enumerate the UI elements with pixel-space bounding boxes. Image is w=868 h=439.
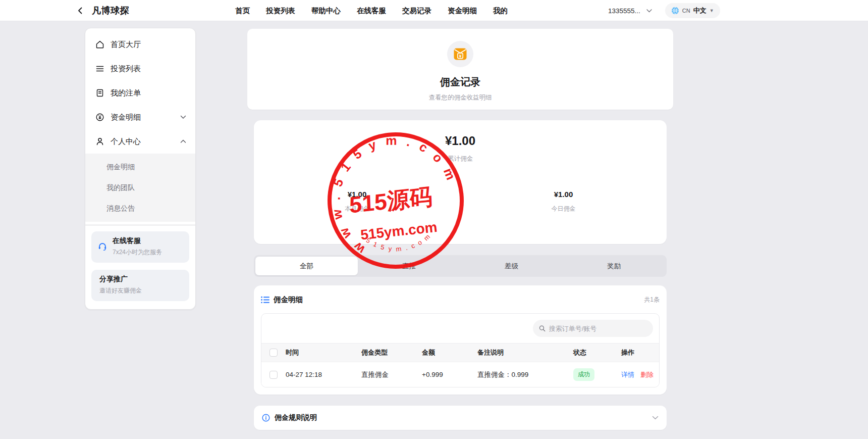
chevron-down-icon [652,416,659,420]
red-packet-icon-circle: ¥ [447,41,473,67]
delete-link[interactable]: 删除 [640,370,654,379]
tab-direct[interactable]: 直推 [358,257,460,275]
tab-level-diff[interactable]: 差级 [460,257,563,275]
commission-stats-card: ¥1.00 累计佣金 ¥1.00 本月佣金 ¥1.00 今日佣金 [254,120,667,244]
chevron-up-icon [180,139,186,143]
search-input[interactable] [549,325,647,332]
commission-records-page: 凡博球探 首页 投资列表 帮助中心 在线客服 交易记录 资金明细 我的 1335… [0,0,868,439]
commission-table-card: 佣金明细 共1条 时间 佣金类型 金额 备注说明 状态 操作 [254,285,667,395]
nav-link-home[interactable]: 首页 [235,6,250,16]
personal-center-submenu: 佣金明细 我的团队 消息公告 [85,154,195,222]
select-all-checkbox[interactable] [269,349,278,357]
nav-link-help-center[interactable]: 帮助中心 [311,6,341,16]
stat-today-value: ¥1.00 [460,190,667,199]
online-service-title: 在线客服 [113,236,162,246]
col-amount: 金额 [422,348,477,357]
nav-link-online-service[interactable]: 在线客服 [357,6,386,16]
nav-link-trade-records[interactable]: 交易记录 [402,6,431,16]
search-box [533,320,653,337]
info-icon [262,414,270,422]
status-badge: 成功 [573,368,594,381]
globe-icon [671,7,679,15]
row-checkbox[interactable] [269,371,278,379]
sidebar-item-label: 资金明细 [111,113,174,122]
language-label: 中文 [693,6,707,15]
user-icon [95,137,104,146]
top-navbar: 凡博球探 首页 投资列表 帮助中心 在线客服 交易记录 资金明细 我的 1335… [0,0,868,21]
sidebar-divider [85,225,195,225]
sidebar-item-my-orders[interactable]: 我的注单 [85,81,195,105]
search-icon [539,325,546,332]
brand-title: 凡博球探 [92,5,129,17]
sidebar-item-personal-center[interactable]: 个人中心 [85,129,195,154]
note-icon [95,88,104,97]
submenu-item-my-team[interactable]: 我的团队 [85,177,195,198]
table-header-row: 时间 佣金类型 金额 备注说明 状态 操作 [261,343,659,362]
language-code: CN [682,8,690,14]
page-title: 佣金记录 [440,75,480,89]
col-note: 备注说明 [477,348,573,357]
sidebar-item-label: 我的注单 [111,88,141,98]
page-header-card: ¥ 佣金记录 查看您的佣金收益明细 [247,29,673,110]
sidebar-item-label: 个人中心 [111,137,174,147]
col-status: 状态 [573,348,621,357]
cell-amount: +0.999 [422,371,477,378]
col-type: 佣金类型 [361,348,422,357]
share-promotion-card[interactable]: 分享推广 邀请好友赚佣金 [91,270,189,301]
list-icon [95,64,104,73]
detail-link[interactable]: 详情 [621,370,634,379]
stat-today-label: 今日佣金 [460,205,667,213]
sidebar: 首页大厅 投资列表 我的注单 资金明细 个人中心 佣金明细 我的团队 消息公告 [85,28,196,310]
account-number: 1335555... [608,7,640,15]
headset-icon [97,236,107,257]
submenu-item-commission-details[interactable]: 佣金明细 [85,157,195,177]
online-service-card[interactable]: 在线客服 7x24小时为您服务 [91,231,189,263]
stat-month-commission: ¥1.00 本月佣金 [254,190,460,213]
cell-note: 直推佣金：0.999 [477,370,573,379]
stat-month-label: 本月佣金 [254,205,460,213]
stat-total-label: 累计佣金 [254,155,667,163]
col-actions: 操作 [621,348,659,357]
col-time: 时间 [286,348,361,357]
back-button[interactable] [77,7,84,14]
nav-link-fund-details[interactable]: 资金明细 [448,6,477,16]
sidebar-item-label: 投资列表 [111,64,141,74]
nav-link-invest-list[interactable]: 投资列表 [266,6,295,16]
tab-all[interactable]: 全部 [255,257,358,275]
stat-total-value: ¥1.00 [254,134,667,148]
commission-type-tabs: 全部 直推 差级 奖励 [254,255,667,277]
cell-time: 04-27 12:18 [286,371,361,378]
stat-month-value: ¥1.00 [254,190,460,199]
sidebar-item-fund-details[interactable]: 资金明细 [85,105,195,129]
submenu-item-announcements[interactable]: 消息公告 [85,198,195,219]
chevron-left-icon [77,7,84,14]
caret-down-icon: ▼ [710,8,714,13]
blue-list-icon [261,296,269,304]
main-content: ¥ 佣金记录 查看您的佣金收益明细 ¥1.00 累计佣金 ¥1.00 本月佣金 … [247,29,673,430]
nav-link-mine[interactable]: 我的 [493,6,508,16]
table-row: 04-27 12:18 直推佣金 +0.999 直推佣金：0.999 成功 详情… [261,362,659,387]
stat-total-commission: ¥1.00 累计佣金 [254,134,667,163]
online-service-subtitle: 7x24小时为您服务 [113,248,162,257]
tab-reward[interactable]: 奖励 [563,257,665,275]
rules-title: 佣金规则说明 [275,413,317,422]
language-selector[interactable]: CN 中文 ▼ [665,3,720,18]
share-promotion-subtitle: 邀请好友赚佣金 [99,286,142,295]
record-count: 共1条 [644,296,660,304]
share-promotion-title: 分享推广 [99,275,142,284]
stat-today-commission: ¥1.00 今日佣金 [460,190,667,213]
main-nav: 首页 投资列表 帮助中心 在线客服 交易记录 资金明细 我的 [235,0,508,21]
commission-rules-panel[interactable]: 佣金规则说明 [254,406,667,430]
chevron-down-icon [180,115,186,119]
sidebar-item-label: 首页大厅 [111,40,141,50]
sidebar-item-invest-list[interactable]: 投资列表 [85,57,195,81]
page-subtitle: 查看您的佣金收益明细 [429,93,492,102]
svg-text:¥: ¥ [459,54,461,59]
home-icon [95,40,104,49]
cell-type: 直推佣金 [361,370,422,379]
chevron-down-icon [646,9,652,13]
sidebar-item-home-hall[interactable]: 首页大厅 [85,32,195,57]
yen-circle-icon [95,113,104,122]
table-title: 佣金明细 [274,295,303,305]
account-dropdown[interactable]: 1335555... [608,7,652,15]
